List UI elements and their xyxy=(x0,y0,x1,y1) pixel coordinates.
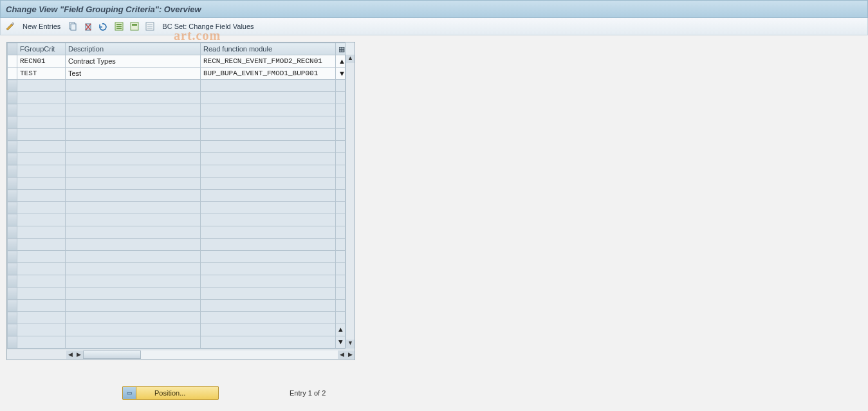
cell-desc[interactable]: Contract Types xyxy=(66,55,201,68)
cell-empty[interactable] xyxy=(201,178,336,190)
cell-empty[interactable] xyxy=(17,312,66,324)
cell-crit[interactable]: RECN01 xyxy=(17,55,66,68)
scroll-up-icon[interactable]: ▲ xyxy=(346,55,355,63)
row-selector[interactable] xyxy=(8,104,17,116)
col-header-desc[interactable]: Description xyxy=(66,43,201,55)
cell-empty[interactable] xyxy=(201,251,336,263)
horizontal-scrollbar[interactable]: ◀ ▶ ◀ ▶ xyxy=(7,349,355,360)
cell-empty[interactable] xyxy=(17,251,66,263)
cell-empty[interactable] xyxy=(17,336,66,349)
col-header-mod[interactable]: Read function module xyxy=(201,43,336,55)
row-selector[interactable] xyxy=(8,178,17,190)
cell-empty[interactable] xyxy=(66,324,201,336)
deselect-all-icon[interactable] xyxy=(144,21,156,32)
cell-empty[interactable] xyxy=(66,263,201,275)
cell-empty[interactable] xyxy=(201,116,336,129)
cell-empty[interactable] xyxy=(66,336,201,349)
row-selector[interactable] xyxy=(8,214,17,226)
cell-empty[interactable] xyxy=(17,165,66,178)
row-selector[interactable] xyxy=(8,202,17,214)
delete-icon[interactable] xyxy=(82,21,94,32)
cell-empty[interactable] xyxy=(17,104,66,116)
row-selector[interactable] xyxy=(8,300,17,312)
cell-empty[interactable] xyxy=(66,129,201,141)
cell-empty[interactable] xyxy=(66,300,201,312)
cell-empty[interactable] xyxy=(66,104,201,116)
cell-empty[interactable] xyxy=(201,165,336,178)
cell-empty[interactable] xyxy=(66,202,201,214)
cell-empty[interactable] xyxy=(201,275,336,288)
cell-crit[interactable]: TEST xyxy=(17,68,66,80)
cell-empty[interactable] xyxy=(17,178,66,190)
cell-empty[interactable] xyxy=(201,141,336,153)
cell-empty[interactable] xyxy=(201,336,336,349)
cell-mod[interactable]: RECN_RECN_EVENT_FMOD2_RECN01 xyxy=(201,55,336,68)
row-selector[interactable] xyxy=(8,141,17,153)
row-selector[interactable] xyxy=(8,80,17,92)
cell-empty[interactable] xyxy=(17,116,66,129)
cell-empty[interactable] xyxy=(201,312,336,324)
position-button[interactable]: ▭ Position... xyxy=(122,386,219,400)
scroll-left-icon[interactable]: ◀ xyxy=(66,351,75,359)
cell-empty[interactable] xyxy=(201,92,336,104)
row-selector[interactable] xyxy=(8,226,17,239)
row-selector[interactable] xyxy=(8,239,17,251)
undo-icon[interactable] xyxy=(98,21,109,32)
row-selector-header[interactable] xyxy=(8,43,17,55)
scroll-left-end-icon[interactable]: ◀ xyxy=(338,351,346,359)
new-entries-button[interactable]: New Entries xyxy=(20,23,63,30)
cell-empty[interactable] xyxy=(66,153,201,165)
cell-empty[interactable] xyxy=(17,190,66,202)
cell-empty[interactable] xyxy=(201,80,336,92)
row-selector[interactable] xyxy=(8,324,17,336)
cell-empty[interactable] xyxy=(201,129,336,141)
table-row[interactable]: RECN01Contract TypesRECN_RECN_EVENT_FMOD… xyxy=(8,55,346,68)
cell-empty[interactable] xyxy=(66,226,201,239)
vertical-scrollbar[interactable]: ▲ ▼ xyxy=(346,55,355,348)
cell-empty[interactable] xyxy=(201,288,336,300)
cell-empty[interactable] xyxy=(201,104,336,116)
cell-empty[interactable] xyxy=(17,214,66,226)
cell-empty[interactable] xyxy=(17,300,66,312)
cell-empty[interactable] xyxy=(66,80,201,92)
row-selector[interactable] xyxy=(8,275,17,288)
cell-empty[interactable] xyxy=(66,190,201,202)
cell-empty[interactable] xyxy=(201,324,336,336)
row-selector[interactable] xyxy=(8,116,17,129)
col-header-crit[interactable]: FGroupCrit xyxy=(17,43,66,55)
cell-empty[interactable] xyxy=(66,92,201,104)
table-row[interactable]: TESTTestBUP_BUPA_EVENT_FMOD1_BUP001▼ xyxy=(8,68,346,80)
cell-empty[interactable] xyxy=(66,178,201,190)
cell-desc[interactable]: Test xyxy=(66,68,201,80)
cell-empty[interactable] xyxy=(201,202,336,214)
row-selector[interactable] xyxy=(8,251,17,263)
cell-empty[interactable] xyxy=(66,288,201,300)
bc-set-button[interactable]: BC Set: Change Field Values xyxy=(160,23,256,30)
cell-empty[interactable] xyxy=(201,153,336,165)
row-selector[interactable] xyxy=(8,263,17,275)
hscroll-thumb[interactable] xyxy=(83,351,141,359)
cell-empty[interactable] xyxy=(17,239,66,251)
cell-empty[interactable] xyxy=(66,165,201,178)
select-block-icon[interactable] xyxy=(129,21,140,32)
cell-empty[interactable] xyxy=(17,226,66,239)
cell-empty[interactable] xyxy=(17,92,66,104)
cell-empty[interactable] xyxy=(17,141,66,153)
row-selector[interactable] xyxy=(8,68,17,80)
select-all-icon[interactable] xyxy=(113,21,125,32)
row-selector[interactable] xyxy=(8,165,17,178)
cell-mod[interactable]: BUP_BUPA_EVENT_FMOD1_BUP001 xyxy=(201,68,336,80)
row-selector[interactable] xyxy=(8,129,17,141)
cell-empty[interactable] xyxy=(201,263,336,275)
scroll-right-icon[interactable]: ▶ xyxy=(346,351,355,359)
row-selector[interactable] xyxy=(8,288,17,300)
scroll-right-inner-icon[interactable]: ▶ xyxy=(75,351,83,359)
cell-empty[interactable] xyxy=(17,263,66,275)
cell-empty[interactable] xyxy=(17,80,66,92)
row-selector[interactable] xyxy=(8,190,17,202)
row-selector[interactable] xyxy=(8,55,17,68)
copy-icon[interactable] xyxy=(67,21,78,32)
row-selector[interactable] xyxy=(8,336,17,349)
row-selector[interactable] xyxy=(8,153,17,165)
cell-empty[interactable] xyxy=(17,153,66,165)
